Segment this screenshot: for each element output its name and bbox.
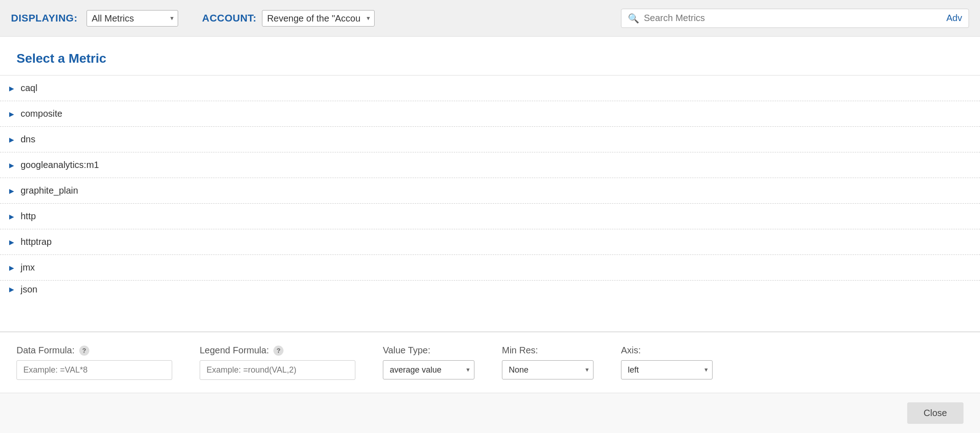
axis-label: Axis: (621, 345, 713, 356)
min-res-label: Min Res: (502, 345, 593, 356)
value-type-select-wrapper: average value sum count min max (383, 360, 474, 379)
list-item[interactable]: ▶ http (0, 204, 980, 229)
axis-select[interactable]: left right (621, 360, 713, 379)
list-item-partial[interactable]: ▶ json (0, 281, 980, 295)
min-res-select-wrapper: None 1 minute 5 minutes 30 minutes 1 hou… (502, 360, 593, 379)
displaying-label: DISPLAYING: (11, 12, 77, 24)
data-formula-input[interactable] (16, 360, 172, 380)
data-formula-group: Data Formula: ? (16, 345, 172, 380)
expand-icon: ▶ (9, 110, 14, 118)
list-item[interactable]: ▶ graphite_plain (0, 178, 980, 204)
formula-section: Data Formula: ? Legend Formula: ? Value … (0, 332, 980, 393)
section-title: Select a Metric (0, 37, 980, 75)
toolbar-left: DISPLAYING: All Metrics My Metrics Favor… (11, 10, 375, 27)
data-formula-help-icon[interactable]: ? (79, 346, 89, 356)
expand-icon: ▶ (9, 286, 14, 293)
legend-formula-help-icon[interactable]: ? (273, 346, 283, 356)
list-item[interactable]: ▶ googleanalytics:m1 (0, 152, 980, 178)
metric-name: jmx (21, 262, 35, 273)
value-type-group: Value Type: average value sum count min … (383, 345, 474, 379)
axis-select-wrapper: left right (621, 360, 713, 379)
account-select[interactable]: Revenge of the "Accou (262, 10, 375, 27)
metric-name: http (21, 211, 36, 222)
search-box: 🔍 Adv (621, 9, 969, 28)
expand-icon: ▶ (9, 162, 14, 169)
min-res-select[interactable]: None 1 minute 5 minutes 30 minutes 1 hou… (502, 360, 593, 379)
legend-formula-input[interactable] (200, 360, 355, 380)
close-button[interactable]: Close (907, 402, 964, 424)
legend-formula-group: Legend Formula: ? (200, 345, 355, 380)
main-container: DISPLAYING: All Metrics My Metrics Favor… (0, 0, 980, 433)
displaying-select-wrapper: All Metrics My Metrics Favorites (87, 10, 178, 27)
metric-name: caql (21, 83, 38, 93)
content-area: Select a Metric ▶ caql ▶ composite ▶ dns… (0, 37, 980, 393)
metric-name: httptrap (21, 237, 52, 247)
adv-link[interactable]: Adv (947, 13, 962, 23)
metric-name: json (21, 284, 38, 295)
account-section: ACCOUNT: Revenge of the "Accou (202, 10, 375, 27)
list-item[interactable]: ▶ jmx (0, 255, 980, 281)
expand-icon: ▶ (9, 213, 14, 220)
min-res-group: Min Res: None 1 minute 5 minutes 30 minu… (502, 345, 593, 379)
metric-name: graphite_plain (21, 185, 78, 196)
metrics-list[interactable]: ▶ caql ▶ composite ▶ dns ▶ googleanalyti… (0, 75, 980, 332)
search-input[interactable] (644, 13, 947, 23)
metric-name: composite (21, 108, 62, 119)
expand-icon: ▶ (9, 264, 14, 271)
list-item[interactable]: ▶ dns (0, 127, 980, 152)
list-item[interactable]: ▶ composite (0, 101, 980, 127)
list-item[interactable]: ▶ httptrap (0, 229, 980, 255)
expand-icon: ▶ (9, 187, 14, 195)
account-label: ACCOUNT: (202, 12, 256, 24)
expand-icon: ▶ (9, 85, 14, 92)
data-formula-label: Data Formula: ? (16, 345, 172, 356)
search-icon: 🔍 (628, 13, 639, 24)
toolbar: DISPLAYING: All Metrics My Metrics Favor… (0, 0, 980, 37)
value-type-select[interactable]: average value sum count min max (383, 360, 474, 379)
search-section: 🔍 Adv (621, 9, 969, 28)
list-item[interactable]: ▶ caql (0, 76, 980, 101)
value-type-label: Value Type: (383, 345, 474, 356)
metric-name: googleanalytics:m1 (21, 160, 99, 170)
axis-group: Axis: left right (621, 345, 713, 379)
expand-icon: ▶ (9, 136, 14, 143)
displaying-select[interactable]: All Metrics My Metrics Favorites (87, 10, 178, 27)
legend-formula-label: Legend Formula: ? (200, 345, 355, 356)
metric-name: dns (21, 134, 35, 145)
footer: Close (0, 393, 980, 433)
account-select-wrapper: Revenge of the "Accou (262, 10, 375, 27)
expand-icon: ▶ (9, 238, 14, 246)
